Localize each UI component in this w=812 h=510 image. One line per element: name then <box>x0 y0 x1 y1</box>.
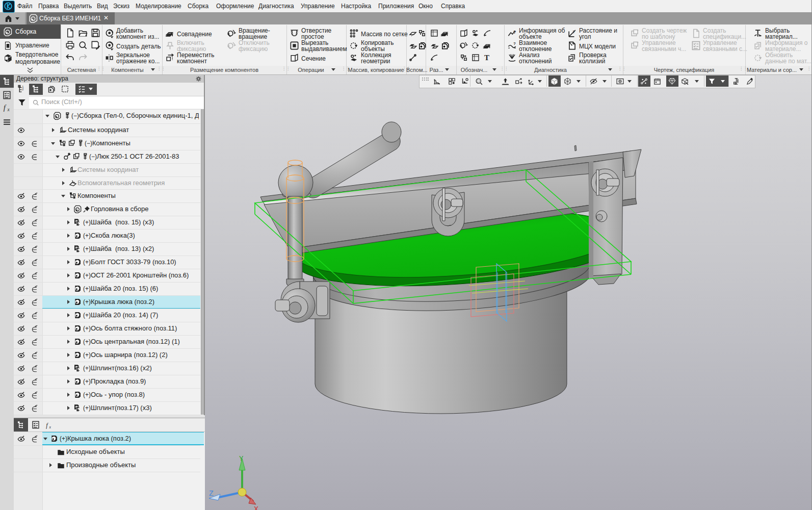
svg-text:Y: Y <box>239 455 244 463</box>
svg-text:X: X <box>254 505 258 510</box>
svg-text:Z: Z <box>209 490 214 498</box>
